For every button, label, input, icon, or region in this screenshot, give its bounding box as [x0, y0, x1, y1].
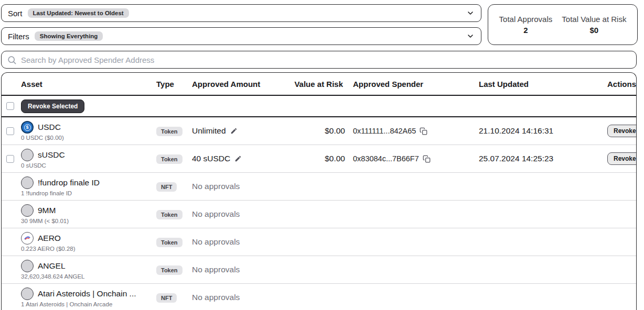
asset-cell: Atari Asteroids | Onchain ... 1 Atari As…	[21, 287, 156, 307]
approved-amount-value: No approvals	[192, 237, 240, 247]
asset-name: ANGEL	[38, 261, 66, 271]
total-value-at-risk-value: $0	[562, 26, 626, 35]
generic-token-icon	[21, 204, 34, 217]
actions-cell: Revoke	[607, 152, 637, 165]
table-row: Atari Asteroids | Onchain ... 1 Atari As…	[2, 284, 636, 310]
total-approvals-value: 2	[499, 26, 553, 35]
spender-address: 0x83084c...7B66F7	[353, 154, 419, 163]
approved-amount-value: 40 sUSDC	[192, 154, 230, 163]
approved-spender-cell: 0x111111...842A65	[345, 127, 479, 135]
copy-address-icon[interactable]	[423, 155, 431, 163]
chevron-down-icon	[466, 32, 475, 40]
approved-amount-value: No approvals	[192, 182, 240, 191]
total-approvals-stat: Total Approvals 2	[499, 15, 553, 35]
asset-cell: sUSDC 0 sUSDC	[21, 149, 156, 169]
last-updated-cell: 25.07.2024 14:25:23	[479, 154, 607, 163]
approved-amount-cell: No approvals	[192, 265, 293, 274]
revoke-button[interactable]: Revoke	[607, 152, 637, 165]
last-updated-cell: 21.10.2024 14:16:31	[479, 126, 607, 136]
actions-cell: Revoke	[607, 125, 637, 137]
asset-name: !fundrop finale ID	[38, 178, 100, 187]
edit-amount-icon[interactable]	[234, 155, 242, 162]
table-body: $ USDC 0 USDC ($0.00) Token Unlimited $0…	[2, 117, 636, 310]
asset-type-badge: NFT	[156, 293, 177, 303]
value-at-risk-cell: $0.00	[293, 126, 345, 136]
approved-amount-value: Unlimited	[192, 126, 226, 136]
asset-cell: 9MM 30 9MM (< $0.01)	[21, 204, 156, 224]
column-header-actions: Actions	[607, 80, 637, 88]
table-row: 9MM 30 9MM (< $0.01) Token No approvals	[2, 201, 636, 228]
asset-balance: 30 9MM (< $0.01)	[21, 218, 156, 224]
sort-dropdown[interactable]: Sort Last Updated: Newest to Oldest	[1, 4, 481, 22]
asset-balance: 1 Atari Asteroids | Onchain Arcade	[21, 301, 156, 307]
summary-stats-box: Total Approvals 2 Total Value at Risk $0	[488, 4, 638, 45]
approved-amount-value: No approvals	[192, 293, 240, 302]
asset-cell: AERO 0.223 AERO ($0.28)	[21, 232, 156, 252]
chevron-down-icon	[466, 9, 475, 17]
table-row: AERO 0.223 AERO ($0.28) Token No approva…	[2, 228, 636, 256]
sort-value-pill: Last Updated: Newest to Oldest	[28, 8, 129, 18]
table-row: $ USDC 0 USDC ($0.00) Token Unlimited $0…	[2, 117, 636, 145]
approved-amount-cell: Unlimited	[192, 126, 293, 136]
asset-type-badge: Token	[156, 154, 183, 164]
usdc-icon: $	[21, 121, 34, 134]
top-bar: Sort Last Updated: Newest to Oldest Filt…	[0, 0, 644, 45]
table-header-row: Asset Type Approved Amount Value at Risk…	[2, 73, 636, 96]
total-approvals-label: Total Approvals	[499, 15, 553, 24]
copy-address-icon[interactable]	[420, 127, 427, 135]
approved-amount-value: No approvals	[192, 265, 240, 274]
row-checkbox[interactable]	[6, 127, 14, 135]
asset-balance: 32,620,348.624 ANGEL	[21, 273, 156, 280]
asset-name: Atari Asteroids | Onchain ...	[38, 289, 136, 298]
column-header-approved-spender: Approved Spender	[345, 80, 479, 88]
generic-token-icon	[21, 260, 34, 272]
search-bar	[1, 51, 637, 69]
sort-label: Sort	[8, 9, 23, 18]
approvals-table: Asset Type Approved Amount Value at Risk…	[1, 72, 637, 310]
approved-amount-cell: No approvals	[192, 209, 293, 219]
edit-amount-icon[interactable]	[230, 127, 238, 135]
asset-name: USDC	[38, 123, 61, 132]
search-input[interactable]	[21, 56, 631, 64]
total-value-at-risk-label: Total Value at Risk	[562, 15, 626, 24]
table-row: ANGEL 32,620,348.624 ANGEL Token No appr…	[2, 256, 636, 284]
asset-cell: !fundrop finale ID 1 !fundrop finale ID	[21, 176, 156, 196]
asset-type-badge: Token	[156, 238, 183, 247]
asset-balance: 0 USDC ($0.00)	[21, 135, 156, 141]
filters-label: Filters	[8, 32, 29, 41]
asset-type-badge: Token	[156, 265, 183, 275]
revoke-selected-button[interactable]: Revoke Selected	[21, 99, 84, 113]
approved-amount-cell: No approvals	[192, 237, 293, 247]
column-header-value-at-risk: Value at Risk	[293, 80, 345, 88]
column-header-asset: Asset	[21, 80, 156, 88]
search-icon	[7, 55, 17, 65]
revoke-button[interactable]: Revoke	[607, 125, 637, 137]
column-header-last-updated: Last Updated	[479, 80, 607, 88]
filters-dropdown[interactable]: Filters Showing Everything	[1, 27, 481, 45]
aero-icon	[21, 232, 34, 245]
table-row: !fundrop finale ID 1 !fundrop finale ID …	[2, 173, 636, 201]
generic-token-icon	[21, 287, 34, 300]
asset-balance: 0.223 AERO ($0.28)	[21, 246, 156, 252]
approved-spender-cell: 0x83084c...7B66F7	[345, 154, 479, 163]
spender-address: 0x111111...842A65	[353, 127, 416, 135]
value-at-risk-cell: $0.00	[293, 154, 345, 163]
asset-cell: $ USDC 0 USDC ($0.00)	[21, 121, 156, 141]
row-checkbox[interactable]	[6, 155, 14, 163]
column-header-type: Type	[156, 80, 192, 88]
select-all-checkbox[interactable]	[6, 102, 14, 110]
generic-token-icon	[21, 176, 34, 189]
approved-amount-value: No approvals	[192, 209, 240, 219]
approved-amount-cell: No approvals	[192, 293, 293, 302]
total-value-at-risk-stat: Total Value at Risk $0	[562, 15, 626, 35]
asset-type-badge: NFT	[156, 182, 177, 192]
asset-name: 9MM	[38, 206, 56, 215]
asset-cell: ANGEL 32,620,348.624 ANGEL	[21, 260, 156, 280]
bulk-actions-row: Revoke Selected	[2, 96, 636, 117]
approved-amount-cell: 40 sUSDC	[192, 154, 293, 163]
asset-type-badge: Token	[156, 127, 183, 136]
column-header-approved-amount: Approved Amount	[192, 80, 293, 88]
table-row: sUSDC 0 sUSDC Token 40 sUSDC $0.00 0x830…	[2, 145, 636, 173]
asset-type-badge: Token	[156, 210, 183, 219]
approved-amount-cell: No approvals	[192, 182, 293, 191]
